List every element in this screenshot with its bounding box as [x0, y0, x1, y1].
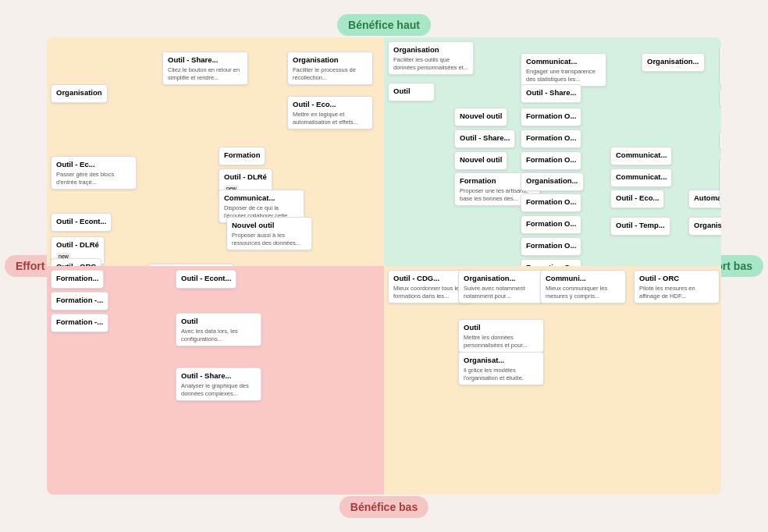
card-bl2[interactable]: Formation -...: [51, 292, 108, 310]
card-tr7[interactable]: Outil - Shar...: [720, 88, 721, 107]
card-tr1[interactable]: OrganisationFaciliter les outils que don…: [388, 41, 474, 75]
card-tr21[interactable]: Communicat...: [610, 147, 672, 165]
card-tr20[interactable]: Outil - Eco...: [610, 190, 664, 208]
card-tl17[interactable]: Nouvel outilProposer aussi à les ressour…: [226, 217, 312, 250]
card-tr17[interactable]: Formation O...: [521, 215, 581, 234]
card-tr13[interactable]: Formation O...: [521, 129, 581, 148]
card-tr9[interactable]: Outil - Share...: [454, 129, 515, 148]
card-tr27[interactable]: Formation ...Développer la troisième de …: [720, 158, 721, 207]
card-tr23[interactable]: Automatisati...: [688, 190, 721, 208]
card-tr16[interactable]: Formation O...: [521, 193, 581, 212]
card-tr19[interactable]: Formation O...: [521, 259, 581, 266]
quadrant-top-left: Outil - Share...Cliez le bouton en retou…: [47, 37, 384, 266]
quadrant-bottom-left: Formation...Formation -...Formation -...…: [47, 266, 384, 495]
card-tl5[interactable]: Formation: [219, 147, 265, 165]
card-tr8[interactable]: Nouvel outil: [454, 108, 507, 126]
card-tr24[interactable]: Outil - Temp...: [610, 217, 670, 236]
card-tr22[interactable]: Communicat...: [610, 168, 672, 187]
card-bl4[interactable]: Outil - Econt...: [176, 270, 236, 289]
quadrant-top-right: OrganisationFaciliter les outils que don…: [384, 37, 721, 266]
card-br4[interactable]: Outil - ORCPilote les mesures en affinag…: [634, 270, 720, 303]
card-tl3[interactable]: OrganisationFaciliter le processus de ré…: [287, 51, 373, 85]
card-br5[interactable]: OutilMettre les données personnalisées e…: [458, 319, 544, 353]
card-tl11[interactable]: Outil - ORCnew: [51, 258, 101, 266]
card-tr2[interactable]: Communicat...Engager une transparence de…: [521, 53, 606, 87]
card-tr12[interactable]: Formation O...: [521, 108, 581, 126]
card-tl7[interactable]: Outil - Ec...Passer gère des blocs d'ent…: [51, 156, 137, 190]
card-tl4[interactable]: Outil - Eco...Mettre en logique et autom…: [287, 96, 373, 129]
quadrant-container: Outil - Share...Cliez le bouton en retou…: [47, 37, 721, 495]
card-tl1[interactable]: Outil - Share...Cliez le bouton en retou…: [162, 51, 248, 85]
card-br2[interactable]: Organisation...Suivre avec notamment not…: [458, 270, 544, 303]
card-bl6[interactable]: Outil - Share...Analyser le graphique de…: [176, 367, 261, 401]
card-tr6[interactable]: Outil - Share...: [521, 84, 581, 103]
card-tl9[interactable]: Outil - Econt...: [51, 213, 112, 232]
card-br3[interactable]: Communi...Mieux communiquer les mesures …: [540, 270, 626, 303]
card-tr5[interactable]: Outil: [388, 83, 435, 101]
label-benefice-bas: Bénéfice bas: [340, 496, 428, 518]
card-tl2[interactable]: Organisation: [51, 84, 108, 103]
card-tr15[interactable]: Organisation...: [521, 172, 584, 191]
card-br6[interactable]: Organisat...Il grâce les modèles l'organ…: [458, 352, 544, 385]
label-benefice-haut: Bénéfice haut: [337, 14, 431, 36]
card-tr3[interactable]: Organisation...: [642, 53, 705, 72]
card-tr14[interactable]: Formation O...: [521, 151, 581, 170]
card-bl3[interactable]: Formation -...: [51, 314, 108, 332]
card-tr25[interactable]: Organisation...: [688, 217, 721, 236]
quadrant-bottom-right: Outil - CDG...Mieux coordonner tous les …: [384, 266, 721, 495]
card-bl1[interactable]: Formation...: [51, 270, 104, 289]
card-tr18[interactable]: Formation O...: [521, 237, 581, 256]
card-tr26[interactable]: Formation O...: [720, 131, 721, 150]
card-tr10[interactable]: Nouvel outil: [454, 151, 507, 170]
card-bl5[interactable]: OutilAvec les data lors, les configurati…: [176, 313, 261, 346]
card-tr4[interactable]: Formation ...Les datasets les mieux argu…: [720, 45, 721, 86]
